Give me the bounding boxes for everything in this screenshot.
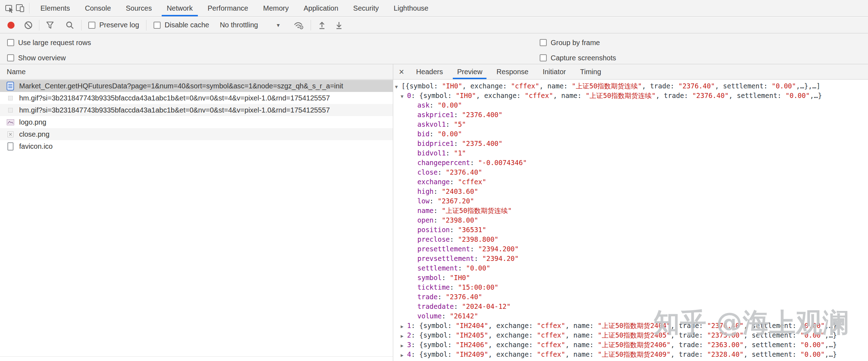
disable-cache-label: Disable cache bbox=[165, 21, 209, 29]
show-overview-checkbox[interactable]: Show overview bbox=[7, 52, 66, 64]
preview-item-row[interactable]: ▶3: {symbol: "IH2406", exchange: "cffex"… bbox=[393, 340, 868, 350]
detail-tab-response[interactable]: Response bbox=[489, 64, 535, 79]
request-name: hm.gif?si=3b231847743b9335bfaccda43a1abc… bbox=[19, 94, 330, 102]
detail-tab-preview[interactable]: Preview bbox=[450, 64, 489, 79]
chevron-down-icon: ▼ bbox=[276, 22, 281, 28]
preserve-log-label: Preserve log bbox=[99, 21, 139, 29]
devtools-tabbar: ElementsConsoleSourcesNetworkPerformance… bbox=[0, 0, 868, 17]
preview-property-row: bidvol1: "1" bbox=[393, 148, 868, 158]
request-row[interactable]: logo.png bbox=[0, 116, 393, 128]
throttling-value: No throttling bbox=[220, 21, 258, 29]
preview-property-row: presettlement: "2394.200" bbox=[393, 244, 868, 254]
preview-property-row: name: "上证50指数期货连续" bbox=[393, 206, 868, 215]
clear-button[interactable] bbox=[24, 21, 33, 30]
import-har-icon[interactable] bbox=[317, 21, 327, 30]
preview-property-row: settlement: "0.00" bbox=[393, 263, 868, 273]
preview-property-row: preclose: "2398.800" bbox=[393, 235, 868, 244]
tab-performance[interactable]: Performance bbox=[200, 0, 256, 16]
filter-icon[interactable] bbox=[45, 21, 55, 30]
tab-security[interactable]: Security bbox=[346, 0, 386, 16]
preview-property-row: ticktime: "15:00:00" bbox=[393, 283, 868, 292]
tab-network[interactable]: Network bbox=[159, 0, 200, 16]
preview-property-row: symbol: "IH0" bbox=[393, 273, 868, 283]
capture-screenshots-checkbox[interactable]: Capture screenshots bbox=[540, 52, 616, 64]
use-large-request-rows-checkbox[interactable]: Use large request rows bbox=[7, 37, 91, 49]
request-row[interactable]: close.png bbox=[0, 128, 393, 140]
preview-property-row: trade: "2376.40" bbox=[393, 292, 868, 302]
request-row[interactable]: hm.gif?si=3b231847743b9335bfaccda43a1abc… bbox=[0, 104, 393, 116]
device-toolbar-icon[interactable] bbox=[15, 3, 26, 13]
close-icon[interactable]: × bbox=[399, 67, 404, 76]
preview-property-row: askprice1: "2376.400" bbox=[393, 110, 868, 120]
divider bbox=[29, 3, 29, 13]
request-name: hm.gif?si=3b231847743b9335bfaccda43a1abc… bbox=[19, 106, 330, 114]
network-toolbar: Preserve log Disable cache No throttling… bbox=[0, 17, 868, 33]
preview-item-row[interactable]: ▶1: {symbol: "IH2404", exchange: "cffex"… bbox=[393, 321, 868, 330]
image-x-icon bbox=[5, 131, 15, 137]
divider bbox=[81, 20, 82, 31]
tab-sources[interactable]: Sources bbox=[118, 0, 159, 16]
preview-property-row: prevsettlement: "2394.20" bbox=[393, 254, 868, 263]
divider bbox=[146, 20, 146, 31]
preview-property-row: close: "2376.40" bbox=[393, 168, 868, 177]
preview-property-row: volume: "26142" bbox=[393, 311, 868, 321]
pixel-image-icon bbox=[5, 96, 15, 100]
tab-console[interactable]: Console bbox=[77, 0, 118, 16]
preview-property-row: bid: "0.00" bbox=[393, 129, 868, 139]
network-conditions-icon[interactable] bbox=[294, 20, 304, 30]
request-row[interactable]: favicon.ico bbox=[0, 140, 393, 152]
tab-application[interactable]: Application bbox=[296, 0, 346, 16]
preview-root-row[interactable]: ▼[{symbol: "IH0", exchange: "cffex", nam… bbox=[393, 81, 868, 91]
group-by-frame-label: Group by frame bbox=[551, 39, 600, 47]
request-row[interactable]: hm.gif?si=3b231847743b9335bfaccda43a1abc… bbox=[0, 92, 393, 104]
detail-tab-initiator[interactable]: Initiator bbox=[535, 64, 573, 79]
preview-item-row[interactable]: ▶2: {symbol: "IH2405", exchange: "cffex"… bbox=[393, 330, 868, 340]
divider bbox=[39, 20, 39, 31]
request-row[interactable]: Market_Center.getHQFuturesData?page=1&nu… bbox=[0, 80, 393, 92]
preview-property-row: low: "2367.20" bbox=[393, 196, 868, 206]
preview-item-row[interactable]: ▶4: {symbol: "IH2409", exchange: "cffex"… bbox=[393, 350, 868, 359]
pixel-image-icon bbox=[5, 108, 15, 113]
preserve-log-checkbox[interactable]: Preserve log bbox=[88, 21, 139, 29]
main-tabs: ElementsConsoleSourcesNetworkPerformance… bbox=[33, 0, 436, 16]
export-har-icon[interactable] bbox=[334, 21, 344, 30]
capture-screenshots-label: Capture screenshots bbox=[551, 54, 616, 62]
json-doc-icon bbox=[5, 81, 15, 91]
tab-elements[interactable]: Elements bbox=[33, 0, 77, 16]
preview-property-row: exchange: "cffex" bbox=[393, 177, 868, 187]
preview-property-row: tradedate: "2024-04-12" bbox=[393, 302, 868, 311]
preview-property-row: open: "2398.00" bbox=[393, 215, 868, 225]
preview-item-row[interactable]: ▼0: {symbol: "IH0", exchange: "cffex", n… bbox=[393, 91, 868, 100]
detail-tab-timing[interactable]: Timing bbox=[573, 64, 608, 79]
request-name: Market_Center.getHQFuturesData?page=1&nu… bbox=[19, 82, 343, 90]
request-name: close.png bbox=[19, 130, 50, 138]
show-overview-label: Show overview bbox=[18, 54, 66, 62]
preview-property-row: position: "36531" bbox=[393, 225, 868, 235]
throttling-select[interactable]: No throttling ▼ bbox=[220, 21, 281, 29]
preview-property-row: ask: "0.00" bbox=[393, 100, 868, 110]
name-column-label: Name bbox=[7, 68, 26, 76]
name-column-header[interactable]: Name bbox=[0, 64, 393, 80]
tab-lighthouse[interactable]: Lighthouse bbox=[386, 0, 436, 16]
preview-property-row: askvol1: "5" bbox=[393, 120, 868, 129]
detail-tab-headers[interactable]: Headers bbox=[409, 64, 450, 79]
search-icon[interactable] bbox=[65, 21, 74, 30]
tab-memory[interactable]: Memory bbox=[256, 0, 296, 16]
request-name: favicon.ico bbox=[19, 142, 53, 151]
group-by-frame-checkbox[interactable]: Group by frame bbox=[540, 37, 600, 49]
image-icon bbox=[5, 119, 15, 125]
inspect-element-icon[interactable] bbox=[4, 3, 15, 13]
request-name: logo.png bbox=[19, 118, 46, 126]
page-icon bbox=[5, 142, 15, 151]
network-options: Use large request rows Show overview Gro… bbox=[0, 33, 868, 64]
divider bbox=[311, 20, 311, 31]
record-button[interactable] bbox=[7, 22, 15, 29]
preview-property-row: bidprice1: "2375.400" bbox=[393, 139, 868, 148]
use-large-request-rows-label: Use large request rows bbox=[18, 39, 91, 47]
preview-property-row: high: "2403.60" bbox=[393, 187, 868, 196]
preview-property-row: changepercent: "-0.0074346" bbox=[393, 158, 868, 168]
detail-tabbar: × HeadersPreviewResponseInitiatorTiming bbox=[393, 64, 868, 80]
requests-list-bottom-border bbox=[0, 356, 393, 357]
detail-tabs: HeadersPreviewResponseInitiatorTiming bbox=[409, 64, 608, 79]
disable-cache-checkbox[interactable]: Disable cache bbox=[154, 21, 209, 29]
